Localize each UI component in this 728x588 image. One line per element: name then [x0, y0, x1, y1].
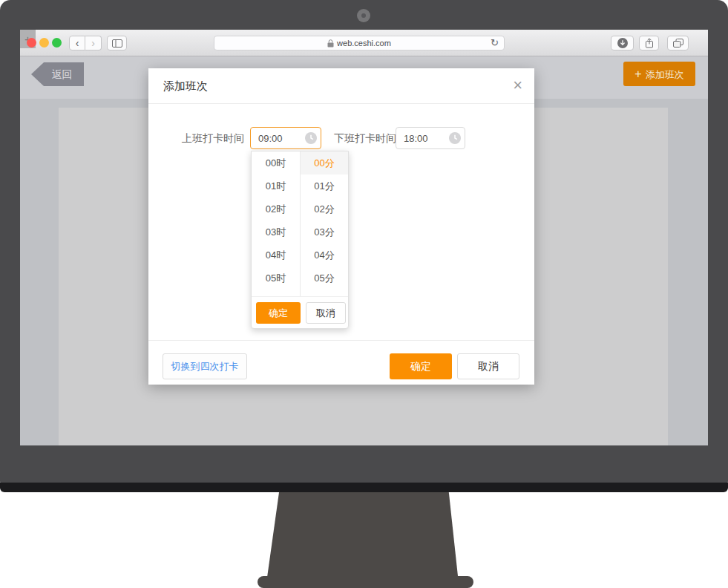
minute-option[interactable]: 03分	[301, 220, 348, 244]
sidebar-icon	[112, 39, 122, 48]
forward-button[interactable]: ›	[85, 36, 102, 50]
plus-icon: +	[634, 68, 641, 80]
clock-in-time-input[interactable]	[250, 127, 321, 149]
time-picker-confirm-button[interactable]: 确定	[256, 302, 301, 324]
downloads-button[interactable]	[611, 36, 634, 50]
minute-option[interactable]: 01分	[301, 174, 348, 197]
switch-to-four-punches-button[interactable]: 切换到四次打卡	[163, 353, 247, 379]
forward-icon: ›	[91, 37, 95, 49]
hour-column: 00时 01时 02时 03时 04时 05时 06时	[252, 151, 300, 296]
minute-option[interactable]: 02分	[301, 197, 348, 220]
minute-option[interactable]: 06分	[301, 290, 348, 296]
hour-option[interactable]: 00时	[252, 151, 300, 174]
minute-column: 00分 01分 02分 03分 04分 05分 06分	[300, 151, 348, 296]
minimize-window-button[interactable]	[39, 38, 49, 48]
share-icon	[645, 38, 654, 48]
back-icon: ‹	[76, 37, 79, 49]
minute-option[interactable]: 04分	[301, 244, 348, 267]
time-picker-cancel-button[interactable]: 取消	[306, 302, 346, 324]
minute-option[interactable]: 05分	[301, 267, 348, 290]
time-picker-dropdown: 00时 01时 02时 03时 04时 05时 06时 00分 01分 02分 …	[251, 151, 349, 329]
hour-option[interactable]: 04时	[252, 244, 300, 267]
add-shift-label: 添加班次	[646, 69, 684, 80]
monitor-stand-neck	[260, 492, 468, 577]
share-button[interactable]	[639, 36, 659, 50]
back-button[interactable]: ‹	[69, 36, 85, 50]
hour-option[interactable]: 06时	[252, 290, 300, 296]
download-icon	[617, 38, 628, 48]
monitor-stand-base	[258, 576, 473, 588]
modal-footer: 切换到四次打卡 确定 取消	[148, 340, 534, 385]
hour-option[interactable]: 03时	[252, 220, 300, 244]
clock-in-label: 上班打卡时间	[182, 127, 244, 149]
lock-icon	[327, 39, 334, 48]
add-shift-modal: 添加班次 × 上班打卡时间 下班打卡时间 00时 01时 02时 03时 04时…	[148, 68, 534, 385]
hour-option[interactable]: 01时	[252, 174, 300, 197]
refresh-icon[interactable]: ↻	[491, 37, 499, 48]
monitor-bottom-edge	[0, 483, 728, 492]
time-picker-actions: 确定 取消	[252, 296, 348, 328]
page-back-button[interactable]: 返回	[31, 62, 84, 86]
hour-option[interactable]: 02时	[252, 197, 300, 220]
modal-confirm-button[interactable]: 确定	[390, 353, 452, 379]
webcam-lens	[361, 13, 366, 18]
webcam-dot	[357, 9, 370, 22]
tabs-icon	[673, 39, 683, 48]
close-icon[interactable]: ×	[513, 75, 522, 96]
screen: ‹ › web.ceshi.com ↻ + 返回 +添加班次	[20, 30, 708, 445]
modal-title: 添加班次	[163, 68, 208, 104]
nav-buttons: ‹ ›	[69, 36, 102, 50]
zoom-window-button[interactable]	[52, 38, 62, 48]
show-tabs-button[interactable]	[667, 36, 689, 50]
minute-option-selected[interactable]: 00分	[301, 151, 348, 174]
time-picker-lists: 00时 01时 02时 03时 04时 05时 06时 00分 01分 02分 …	[252, 151, 348, 296]
modal-cancel-button[interactable]: 取消	[457, 353, 519, 379]
clock-out-time-input[interactable]	[396, 127, 465, 149]
url-text: web.ceshi.com	[337, 39, 391, 48]
modal-header: 添加班次 ×	[148, 68, 534, 104]
browser-toolbar: ‹ › web.ceshi.com ↻ +	[20, 30, 708, 56]
clock-out-label: 下班打卡时间	[334, 127, 396, 149]
sidebar-toggle-button[interactable]	[107, 36, 127, 50]
add-shift-button[interactable]: +添加班次	[623, 62, 695, 86]
hour-option[interactable]: 05时	[252, 267, 300, 290]
address-bar[interactable]: web.ceshi.com ↻	[214, 36, 505, 50]
close-window-button[interactable]	[27, 38, 36, 48]
